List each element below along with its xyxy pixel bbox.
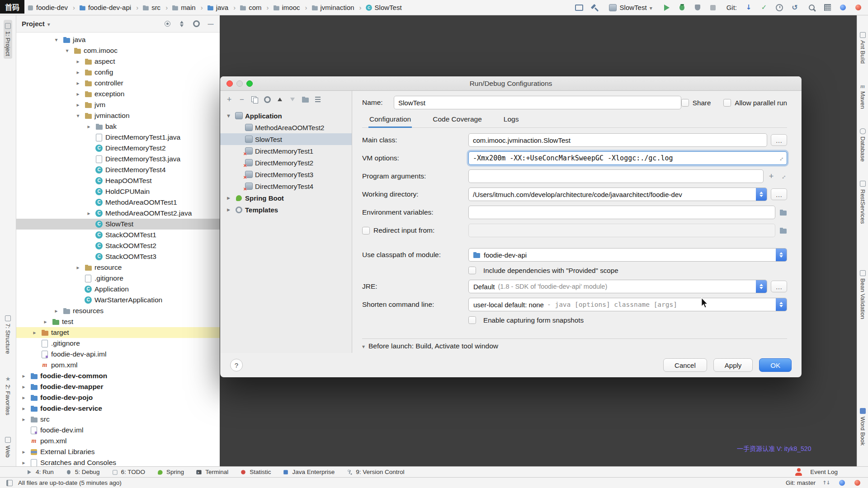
- tree-item[interactable]: ▾ com.imooc: [16, 45, 220, 56]
- toolbar-button[interactable]: [287, 94, 298, 105]
- provided-scope-checkbox[interactable]: [468, 267, 476, 274]
- tree-expand-arrow[interactable]: ▸: [20, 460, 28, 466]
- program-arguments-input[interactable]: [468, 169, 764, 183]
- toolwindow-button[interactable]: Spring: [151, 468, 189, 476]
- dropdown-button[interactable]: [776, 298, 787, 311]
- dropdown-button[interactable]: [776, 249, 787, 261]
- tree-expand-arrow[interactable]: ▸: [31, 329, 38, 336]
- apply-button[interactable]: Apply: [713, 358, 753, 372]
- config-tree-item[interactable]: MethodAreaOOMTest2: [220, 122, 352, 133]
- tree-expand-arrow[interactable]: ▸: [74, 69, 82, 75]
- toolwindow-stripe-button[interactable]: Word Book: [859, 405, 867, 448]
- tree-expand-arrow[interactable]: ▸: [20, 373, 28, 379]
- tree-item[interactable]: ▸ jvm: [16, 99, 220, 110]
- toolbar-button[interactable]: [249, 94, 260, 105]
- toolbar-button[interactable]: [262, 94, 273, 105]
- folder-icon[interactable]: [779, 226, 787, 235]
- working-directory-browse-button[interactable]: [771, 188, 787, 200]
- toolbar-button[interactable]: [661, 2, 672, 13]
- cancel-button[interactable]: Cancel: [663, 358, 707, 372]
- chevron-down-icon[interactable]: [47, 20, 50, 28]
- breadcrumb-item[interactable]: foodie-dev: [26, 4, 78, 12]
- tree-item[interactable]: DirectMemoryTest1.java: [16, 132, 220, 143]
- tree-item[interactable]: ▾ jvminaction: [16, 110, 220, 121]
- tree-expand-arrow[interactable]: ▸: [20, 416, 28, 422]
- tree-expand-arrow[interactable]: ▸: [74, 80, 82, 86]
- tree-expand-arrow[interactable]: ▸: [74, 58, 82, 65]
- main-class-input[interactable]: [468, 133, 767, 147]
- toolwindow-stripe-button[interactable]: Database: [859, 125, 867, 164]
- panel-toolbar-button[interactable]: [176, 19, 187, 29]
- redirect-input-checkbox[interactable]: [362, 227, 370, 235]
- form-snapshots-checkbox[interactable]: [468, 316, 476, 324]
- toolbar-button[interactable]: [789, 2, 800, 13]
- vm-options-field[interactable]: [469, 152, 777, 164]
- dropdown-button[interactable]: [756, 280, 767, 293]
- tree-expand-arrow[interactable]: ▸: [52, 308, 60, 314]
- dropdown-button[interactable]: [756, 188, 767, 201]
- tree-expand-arrow[interactable]: ▸: [20, 394, 28, 401]
- toolbar-button[interactable]: [692, 2, 703, 13]
- add-icon[interactable]: [767, 172, 775, 180]
- zoom-button[interactable]: [246, 80, 253, 87]
- tree-item[interactable]: ▸ foodie-dev-common: [16, 371, 220, 381]
- dialog-titlebar[interactable]: Run/Debug Configurations: [220, 76, 802, 91]
- config-tree-item[interactable]: DirectMemoryTest4: [220, 180, 352, 192]
- tree-item[interactable]: pom.xml: [16, 436, 220, 446]
- config-tree-item[interactable]: DirectMemoryTest1: [220, 145, 352, 157]
- toolbar-button[interactable]: [837, 2, 848, 13]
- tree-item[interactable]: HoldCPUMain: [16, 186, 220, 197]
- toolwindow-button[interactable]: Statistic: [234, 468, 276, 476]
- config-tree-item[interactable]: DirectMemoryTest2: [220, 157, 352, 169]
- working-directory-input[interactable]: [469, 188, 753, 201]
- tree-item[interactable]: ▸ bak: [16, 121, 220, 132]
- breadcrumb-item[interactable]: main: [171, 4, 206, 12]
- tree-item[interactable]: .gitignore: [16, 273, 220, 284]
- tree-item[interactable]: foodie-dev-api.iml: [16, 349, 220, 360]
- tree-expand-arrow[interactable]: ▾: [63, 47, 71, 54]
- expand-field-icon[interactable]: [777, 154, 785, 162]
- expand-field-icon[interactable]: [779, 172, 787, 180]
- toolbar-button[interactable]: [677, 2, 688, 13]
- tab[interactable]: Code Coverage: [432, 115, 483, 127]
- toolbar-button[interactable]: [774, 2, 785, 13]
- tree-item[interactable]: ▸ resources: [16, 305, 220, 316]
- ok-button[interactable]: OK: [759, 358, 792, 372]
- tree-item[interactable]: ▸ controller: [16, 78, 220, 89]
- breadcrumb-item[interactable]: imooc: [272, 4, 311, 12]
- toolbar-button[interactable]: [708, 2, 718, 13]
- status-widget[interactable]: [821, 478, 832, 488]
- toolbar-button[interactable]: [312, 94, 323, 105]
- toolbar-button[interactable]: [807, 2, 817, 13]
- jre-browse-button[interactable]: [771, 281, 787, 292]
- toolwindow-button[interactable]: 6: TODO: [105, 468, 151, 476]
- breadcrumb-item[interactable]: jvminaction: [311, 4, 365, 12]
- toolbar-button[interactable]: [759, 2, 769, 13]
- jre-combo[interactable]: Default (1.8 - SDK of 'foodie-dev-api' m…: [468, 280, 767, 293]
- tree-expand-arrow[interactable]: ▸: [20, 405, 28, 412]
- git-branch-widget[interactable]: Git: master: [786, 479, 816, 486]
- tree-item[interactable]: ▸ Scratches and Consoles: [16, 457, 220, 466]
- tree-item[interactable]: ▸ resource: [16, 262, 220, 273]
- tree-item[interactable]: ▸ exception: [16, 89, 220, 99]
- toolwindow-stripe-button[interactable]: Ant Build: [859, 29, 867, 66]
- tree-expand-arrow[interactable]: ▸: [20, 449, 28, 455]
- tree-expand-arrow[interactable]: ▸: [85, 123, 93, 130]
- share-checkbox[interactable]: [681, 99, 689, 107]
- toolwindow-stripe-button[interactable]: 7: Structure: [4, 312, 12, 357]
- tree-item[interactable]: ▸ foodie-dev-mapper: [16, 381, 220, 392]
- toolbar-button[interactable]: [224, 94, 235, 105]
- toolwindow-stripe-button[interactable]: Bean Validation: [859, 267, 867, 322]
- classpath-module-combo[interactable]: foodie-dev-api: [468, 248, 787, 262]
- tree-expand-arrow[interactable]: ▸: [74, 91, 82, 97]
- tree-item[interactable]: DirectMemoryTest2: [16, 143, 220, 154]
- tree-item[interactable]: ▸ foodie-dev-pojo: [16, 392, 220, 403]
- panel-toolbar-button[interactable]: [205, 19, 216, 29]
- breadcrumb-item[interactable]: src: [142, 4, 171, 12]
- toolwindow-switcher-icon[interactable]: [5, 479, 14, 487]
- vm-options-input[interactable]: [468, 151, 787, 165]
- toolwindow-button[interactable]: 9: Version Control: [340, 468, 410, 476]
- toolwindow-button[interactable]: Java Enterprise: [276, 468, 340, 476]
- toolbar-button[interactable]: [300, 94, 311, 105]
- toolwindow-button[interactable]: 5: Debug: [59, 468, 105, 476]
